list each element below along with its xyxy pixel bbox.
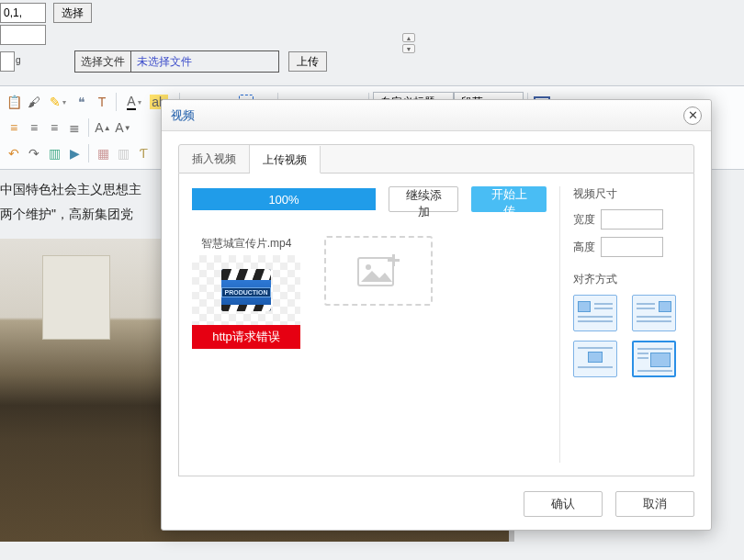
start-upload-button[interactable]: 开始上传 [471, 186, 547, 212]
align-option-4[interactable] [632, 341, 676, 377]
add-more-dropzone[interactable] [324, 236, 433, 306]
paste-icon[interactable]: 📋 [4, 92, 24, 112]
brush-icon[interactable]: 🖌 [24, 92, 44, 112]
align-label: 对齐方式 [573, 272, 681, 287]
continue-add-button[interactable]: 继续添加 [389, 186, 458, 212]
height-label: 高度 [573, 240, 595, 255]
undo-icon[interactable]: ↶ [4, 143, 24, 163]
font-dec-icon[interactable]: A▼ [113, 118, 133, 138]
spinner-down-icon[interactable]: ▼ [402, 44, 415, 53]
close-icon[interactable]: ✕ [683, 106, 702, 125]
select-button[interactable]: 选择 [53, 3, 92, 23]
modal-title: 视频 [171, 107, 195, 124]
height-input[interactable] [601, 237, 663, 257]
upload-progress: 100% [192, 188, 376, 210]
separator [116, 93, 117, 111]
image-icon[interactable]: ▥ [44, 143, 64, 163]
width-label: 宽度 [573, 212, 595, 228]
align-center-icon[interactable]: ≡ [24, 118, 44, 138]
align-option-2[interactable] [632, 295, 676, 331]
align-justify-icon[interactable]: ≣ [64, 118, 85, 138]
align-right-icon[interactable]: ≡ [44, 118, 64, 138]
align-option-3[interactable] [573, 341, 617, 377]
video-size-label: 视频尺寸 [573, 186, 681, 202]
aux-input[interactable] [0, 25, 46, 45]
align-options [573, 295, 681, 377]
choose-file-btn[interactable]: 选择文件 [75, 51, 131, 72]
video-preview: PRODUCTION [192, 255, 300, 325]
no-file-label: 未选择文件 [131, 51, 278, 72]
tiny-field[interactable] [0, 51, 15, 72]
table-icon[interactable]: ▦ [93, 143, 113, 163]
tab-insert-video[interactable]: 插入视频 [179, 145, 250, 173]
upload-error: http请求错误 [192, 325, 300, 349]
insert-row-icon[interactable]: ▥ [113, 143, 133, 163]
numeric-input[interactable] [0, 3, 46, 23]
video-thumb[interactable]: 智慧城宣传片.mp4 PRODUCTION http请求错误 [192, 236, 300, 349]
text-format-icon[interactable]: T [92, 92, 112, 112]
spinner-up-icon[interactable]: ▲ [402, 33, 415, 42]
tab-upload-video[interactable]: 上传视频 [250, 146, 321, 174]
g-label: g [16, 55, 23, 68]
separator [88, 144, 89, 162]
cancel-button[interactable]: 取消 [615, 491, 694, 517]
modal-footer: 确认 取消 [524, 491, 694, 517]
modal-header: 视频 ✕ [162, 100, 711, 131]
number-spinner[interactable]: ▲ ▼ [402, 33, 415, 53]
align-option-1[interactable] [573, 295, 617, 331]
video-modal: 视频 ✕ 插入视频 上传视频 100% 继续添加 开始上传 智慧城宣传片.mp [161, 99, 712, 531]
file-picker[interactable]: 选择文件 未选择文件 [74, 50, 279, 73]
ok-button[interactable]: 确认 [524, 491, 603, 517]
font-color-icon[interactable]: A [120, 92, 148, 112]
modal-tabs: 插入视频 上传视频 [178, 144, 694, 174]
highlighter-icon[interactable]: ✎ [44, 92, 72, 112]
svg-point-1 [366, 264, 371, 270]
width-input[interactable] [601, 209, 663, 230]
video-icon[interactable]: ▶ [64, 143, 85, 163]
font-inc-icon[interactable]: A▲ [93, 118, 113, 138]
image-placeholder-icon [357, 252, 400, 289]
separator [88, 118, 89, 137]
top-form: 选择 g 选择文件 未选择文件 上传 [0, 0, 744, 76]
progress-percent: 100% [268, 193, 299, 207]
upload-button[interactable]: 上传 [288, 51, 327, 72]
redo-icon[interactable]: ↷ [24, 143, 44, 163]
upload-panel: 100% 继续添加 开始上传 智慧城宣传片.mp4 PRODUCTION [178, 174, 694, 476]
align-left-icon[interactable]: ≡ [4, 118, 24, 138]
clapperboard-icon: PRODUCTION [221, 269, 271, 311]
formula-icon[interactable]: Ƭ [133, 143, 153, 163]
quote-icon[interactable]: ❝ [72, 92, 92, 112]
video-file-name: 智慧城宣传片.mp4 [192, 236, 300, 252]
